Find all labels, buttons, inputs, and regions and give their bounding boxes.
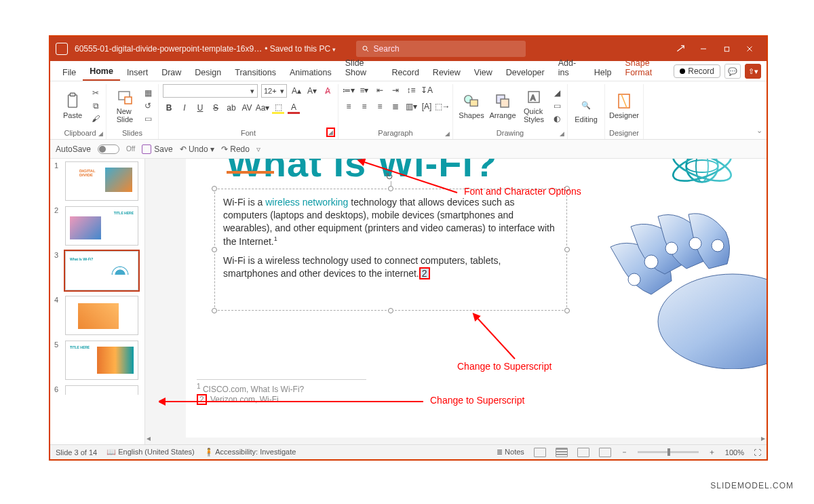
decrease-font-icon[interactable]: A▾ [306,85,318,97]
resize-handle[interactable] [564,186,570,191]
resize-handle[interactable] [564,308,570,313]
line-spacing-icon[interactable]: ↕≡ [405,84,417,96]
italic-button[interactable]: I [178,102,191,114]
drawing-launcher-icon[interactable]: ◢ [560,130,564,137]
undo-button[interactable]: ↶ Undo ▾ [180,144,214,154]
zoom-level[interactable]: 100% [725,448,744,457]
font-color-icon[interactable]: A [288,102,300,114]
shape-outline-icon[interactable]: ▭ [551,100,563,111]
tab-help[interactable]: Help [587,64,619,81]
font-size-dropdown[interactable]: 12+▾ [261,84,287,98]
slide-canvas[interactable]: What Is Wi-Fi? Wi-Fi is a wireless netwo… [145,159,767,444]
align-text-icon[interactable]: [A] [421,100,433,113]
quick-styles-button[interactable]: AQuick Styles [520,88,548,123]
cut-icon[interactable]: ✂ [90,88,102,98]
share-button[interactable]: ⇧▾ [745,64,761,79]
tab-developer[interactable]: Developer [499,64,551,81]
align-center-icon[interactable]: ≡ [358,100,370,113]
editing-button[interactable]: 🔍Editing [572,96,600,123]
minimize-button[interactable] [692,39,715,58]
font-name-dropdown[interactable]: ▾ [163,84,258,98]
resize-handle[interactable] [388,186,393,191]
paragraph-launcher-icon[interactable]: ◢ [445,130,450,137]
increase-indent-icon[interactable]: ⇥ [389,84,402,96]
section-icon[interactable]: ▭ [142,113,154,124]
reading-view-icon[interactable] [577,448,589,457]
tab-view[interactable]: View [467,64,499,81]
save-status-dropdown[interactable]: • Saved to this PC [265,44,335,54]
zoom-out-icon[interactable]: － [621,447,628,457]
tab-transitions[interactable]: Transitions [228,64,283,81]
thumbnail-5[interactable]: TITLE HERE [65,341,138,380]
bold-button[interactable]: B [163,102,175,114]
font-dialog-launcher-icon[interactable]: ◢ [326,128,335,137]
clear-formatting-icon[interactable]: A̷ [322,85,334,97]
columns-icon[interactable]: ▥▾ [405,100,417,113]
accessibility-status[interactable]: 🧍 Accessibility: Investigate [204,448,296,457]
change-case-icon[interactable]: Aa▾ [256,102,269,114]
tab-home[interactable]: Home [83,62,120,81]
shape-effects-icon[interactable]: ◐ [551,113,563,124]
copy-icon[interactable]: ⧉ [90,100,102,111]
tab-addins[interactable]: Add-ins [551,54,587,81]
tab-design[interactable]: Design [188,64,228,81]
increase-font-icon[interactable]: A▴ [290,85,303,97]
body-text-box[interactable]: Wi-Fi is a wireless networking technolog… [214,189,567,311]
reset-icon[interactable]: ↺ [142,100,154,111]
bullets-icon[interactable]: ≔▾ [343,84,355,96]
new-slide-button[interactable]: New Slide [111,88,139,123]
wireless-link[interactable]: wireless networking [265,197,348,208]
decrease-indent-icon[interactable]: ⇤ [374,84,386,96]
thumbnail-6[interactable] [65,385,138,395]
smartart-icon[interactable]: ⬚→ [436,100,448,113]
thumbnail-2[interactable]: TITLE HERE [65,206,138,246]
scroll-right-icon[interactable]: ▸ [761,433,765,443]
lang-status[interactable]: 📖 English (United States) [106,448,195,457]
thumbnail-1[interactable]: DIGITALDIVIDE [65,161,138,201]
resize-handle[interactable] [212,247,217,252]
close-button[interactable] [738,39,761,58]
paragraph-1[interactable]: Wi-Fi is a wireless networking technolog… [215,189,566,254]
fit-to-window-icon[interactable]: ⛶ [754,448,761,457]
tab-slideshow[interactable]: Slide Show [338,54,385,81]
footnote-2-marker[interactable]: 2 [197,394,207,405]
tab-review[interactable]: Review [426,64,467,81]
zoom-slider[interactable] [638,451,699,453]
format-painter-icon[interactable]: 🖌 [90,113,102,124]
tab-record[interactable]: Record [385,64,426,81]
resize-handle[interactable] [212,308,217,313]
record-button[interactable]: Record [674,64,720,78]
redo-button[interactable]: ↷ Redo [221,144,250,154]
thumbnail-3[interactable]: What Is Wi-Fi? [65,251,138,290]
shapes-button[interactable]: Shapes [457,92,486,119]
resize-handle[interactable] [388,308,393,313]
selected-char-2[interactable]: 2 [419,267,430,279]
highlight-icon[interactable]: ⬚ [272,102,284,114]
character-spacing-icon[interactable]: AV [241,102,253,114]
sorter-view-icon[interactable] [556,448,568,457]
tab-shape-format[interactable]: Shape Format [619,54,674,81]
autosave-toggle[interactable] [98,144,119,154]
arrange-button[interactable]: Arrange [488,92,517,119]
numbering-icon[interactable]: ≡▾ [358,84,370,96]
notes-button[interactable]: ≣ Notes [497,448,524,457]
save-button[interactable]: Save [142,144,172,154]
paragraph-2[interactable]: Wi-Fi is a wireless technology used to c… [215,254,566,287]
zoom-in-icon[interactable]: ＋ [708,447,716,457]
comments-button[interactable]: 💬 [724,64,741,79]
layout-icon[interactable]: ▦ [142,88,154,98]
resize-handle[interactable] [212,186,217,191]
tab-draw[interactable]: Draw [155,64,188,81]
slideshow-view-icon[interactable] [599,448,611,457]
tab-animations[interactable]: Animations [283,64,338,81]
align-left-icon[interactable]: ≡ [343,100,355,113]
underline-button[interactable]: U [194,102,206,114]
maximize-button[interactable] [715,39,738,58]
align-right-icon[interactable]: ≡ [374,100,386,113]
justify-icon[interactable]: ≣ [389,100,402,113]
scroll-left-icon[interactable]: ◂ [147,433,151,443]
tab-file[interactable]: File [56,64,83,81]
paste-button[interactable]: Paste [58,92,87,119]
thumbnail-4[interactable] [65,296,138,335]
text-direction-icon[interactable]: ↧A [421,84,433,96]
